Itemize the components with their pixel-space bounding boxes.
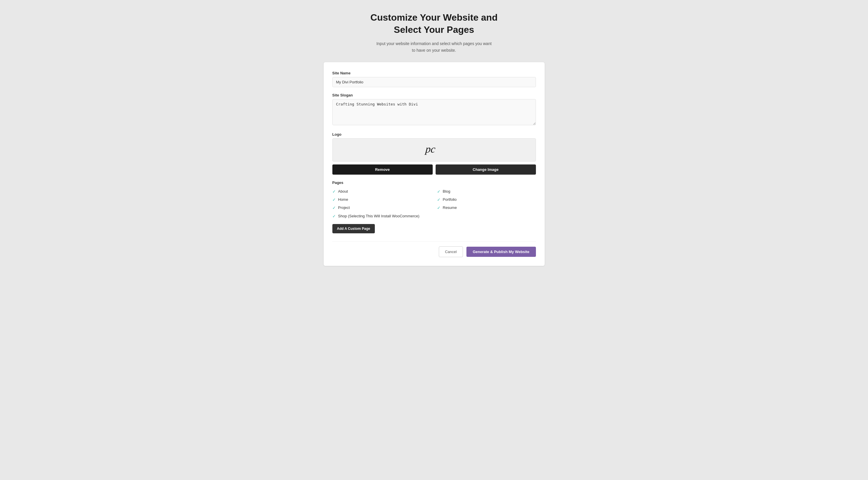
- page-title: Customize Your Website and Select Your P…: [323, 12, 545, 36]
- page-item-blog: ✓ Blog: [437, 189, 536, 194]
- change-image-button[interactable]: Change Image: [436, 165, 536, 175]
- check-icon-project: ✓: [332, 205, 336, 210]
- check-icon-about: ✓: [332, 189, 336, 194]
- site-name-label: Site Name: [332, 71, 536, 75]
- site-slogan-input[interactable]: [332, 99, 536, 125]
- page-item-resume: ✓ Resume: [437, 205, 536, 210]
- page-label-home: Home: [338, 197, 348, 202]
- pages-section: Pages ✓ About ✓ Blog ✓ Home ✓ Portfolio: [332, 180, 536, 233]
- add-custom-page-button[interactable]: Add A Custom Page: [332, 224, 375, 233]
- logo-label: Logo: [332, 132, 536, 137]
- page-item-about: ✓ About: [332, 189, 431, 194]
- check-icon-portfolio: ✓: [437, 197, 440, 202]
- page-label-about: About: [338, 189, 348, 194]
- logo-preview: pc: [332, 138, 536, 162]
- page-header: Customize Your Website and Select Your P…: [323, 12, 545, 54]
- page-label-project: Project: [338, 205, 350, 210]
- svg-text:pc: pc: [424, 143, 436, 155]
- site-slogan-label: Site Slogan: [332, 93, 536, 97]
- cancel-button[interactable]: Cancel: [439, 246, 463, 257]
- page-subtitle: Input your website information and selec…: [376, 40, 492, 54]
- generate-publish-button[interactable]: Generate & Publish My Website: [466, 247, 536, 257]
- form-card: Site Name Site Slogan Logo pc Remove Cha…: [323, 62, 545, 266]
- site-name-group: Site Name: [332, 71, 536, 87]
- remove-logo-button[interactable]: Remove: [332, 165, 433, 175]
- page-item-shop: ✓ Shop (Selecting This Will Install WooC…: [332, 213, 431, 219]
- logo-image: pc: [423, 141, 445, 158]
- check-icon-blog: ✓: [437, 189, 440, 194]
- page-label-blog: Blog: [443, 189, 451, 194]
- site-name-input[interactable]: [332, 77, 536, 87]
- check-icon-shop: ✓: [332, 214, 336, 218]
- page-label-resume: Resume: [443, 205, 457, 210]
- site-slogan-group: Site Slogan: [332, 93, 536, 126]
- page-item-home: ✓ Home: [332, 197, 431, 202]
- pages-label: Pages: [332, 180, 536, 185]
- logo-group: Logo pc Remove Change Image: [332, 132, 536, 175]
- page-item-portfolio: ✓ Portfolio: [437, 197, 536, 202]
- check-icon-resume: ✓: [437, 205, 440, 210]
- page-label-shop: Shop (Selecting This Will Install WooCom…: [338, 213, 420, 219]
- page-wrapper: Customize Your Website and Select Your P…: [323, 12, 545, 266]
- check-icon-home: ✓: [332, 197, 336, 202]
- page-label-portfolio: Portfolio: [443, 197, 457, 202]
- logo-buttons: Remove Change Image: [332, 165, 536, 175]
- form-footer: Cancel Generate & Publish My Website: [332, 241, 536, 257]
- page-item-project: ✓ Project: [332, 205, 431, 210]
- pages-grid: ✓ About ✓ Blog ✓ Home ✓ Portfolio ✓ Pr: [332, 189, 536, 219]
